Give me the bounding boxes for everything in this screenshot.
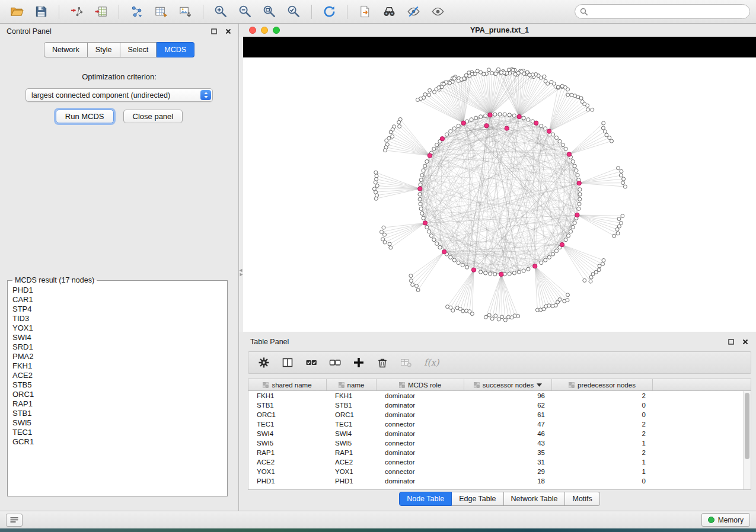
network-node[interactable]: [493, 273, 497, 276]
network-leaf-node[interactable]: [511, 68, 515, 72]
network-node[interactable]: [577, 207, 580, 210]
network-node[interactable]: [564, 238, 567, 242]
network-node[interactable]: [438, 245, 442, 249]
network-leaf-node[interactable]: [383, 233, 387, 236]
network-node[interactable]: [479, 115, 483, 118]
network-node[interactable]: [498, 113, 502, 116]
network-leaf-node[interactable]: [464, 73, 468, 77]
mcds-result-item[interactable]: STP4: [9, 305, 226, 314]
network-node[interactable]: [527, 118, 530, 121]
zoom-selected-icon[interactable]: [283, 3, 305, 21]
network-leaf-node[interactable]: [497, 318, 500, 321]
network-leaf-node[interactable]: [617, 166, 620, 170]
network-node[interactable]: [508, 272, 511, 275]
tab-node-table[interactable]: Node Table: [399, 492, 452, 506]
export-image-icon[interactable]: [174, 3, 196, 21]
network-leaf-node[interactable]: [558, 298, 562, 302]
tab-motifs[interactable]: Motifs: [565, 492, 599, 506]
table-row[interactable]: SWI5SWI5connector431: [248, 438, 751, 448]
network-leaf-node[interactable]: [490, 72, 494, 75]
scrollbar-thumb[interactable]: [745, 393, 749, 459]
network-leaf-node[interactable]: [416, 289, 420, 292]
network-node[interactable]: [551, 252, 554, 256]
network-leaf-node[interactable]: [507, 68, 511, 72]
network-node[interactable]: [566, 234, 570, 238]
network-leaf-node[interactable]: [547, 304, 551, 307]
network-leaf-node[interactable]: [461, 309, 465, 313]
tab-network[interactable]: Network: [44, 42, 88, 57]
network-leaf-node[interactable]: [616, 232, 620, 235]
mcds-hub-node[interactable]: [440, 137, 444, 141]
network-node[interactable]: [422, 169, 425, 172]
network-node[interactable]: [423, 164, 427, 168]
network-node[interactable]: [425, 160, 429, 164]
network-leaf-node[interactable]: [583, 278, 586, 282]
network-node[interactable]: [571, 160, 575, 164]
network-node[interactable]: [578, 197, 582, 201]
network-node[interactable]: [564, 147, 567, 150]
network-node[interactable]: [419, 183, 422, 187]
network-leaf-node[interactable]: [516, 315, 520, 318]
delete-row-icon[interactable]: [377, 357, 388, 368]
close-panel-button[interactable]: Close panel: [123, 110, 183, 123]
network-node[interactable]: [449, 255, 452, 259]
network-leaf-node[interactable]: [409, 274, 413, 278]
mcds-result-item[interactable]: RAP1: [9, 399, 226, 409]
network-leaf-node[interactable]: [610, 139, 614, 143]
open-folder-icon[interactable]: [6, 3, 28, 21]
network-leaf-node[interactable]: [605, 133, 608, 137]
network-node[interactable]: [452, 258, 456, 262]
network-leaf-node[interactable]: [487, 68, 491, 72]
network-leaf-node[interactable]: [490, 317, 494, 321]
table-row[interactable]: YOX1YOX1connector291: [248, 467, 751, 476]
network-leaf-node[interactable]: [494, 72, 497, 76]
import-network-icon[interactable]: [66, 3, 88, 21]
network-leaf-node[interactable]: [622, 177, 626, 181]
network-leaf-node[interactable]: [608, 136, 611, 140]
network-leaf-node[interactable]: [617, 225, 621, 228]
network-leaf-node[interactable]: [452, 76, 456, 80]
network-node[interactable]: [544, 258, 547, 262]
tab-select[interactable]: Select: [120, 42, 157, 57]
network-node[interactable]: [522, 116, 525, 120]
network-leaf-node[interactable]: [457, 79, 460, 82]
network-node[interactable]: [503, 113, 506, 116]
mcds-hub-node[interactable]: [560, 242, 564, 246]
tab-edge-table[interactable]: Edge Table: [452, 492, 503, 506]
window-close-button[interactable]: [249, 27, 256, 34]
mcds-result-item[interactable]: SWI5: [9, 418, 226, 428]
network-node[interactable]: [419, 178, 423, 182]
panel-splitter[interactable]: [239, 37, 243, 332]
network-leaf-node[interactable]: [573, 94, 577, 98]
network-leaf-node[interactable]: [411, 283, 414, 287]
network-leaf-node[interactable]: [428, 88, 432, 92]
column-header-name[interactable]: name: [327, 379, 377, 390]
graphics-details-icon[interactable]: [403, 3, 425, 21]
share-document-icon[interactable]: [354, 3, 376, 21]
network-node[interactable]: [419, 202, 422, 206]
network-leaf-node[interactable]: [570, 93, 573, 97]
network-leaf-node[interactable]: [382, 226, 385, 229]
new-table-icon[interactable]: [150, 3, 172, 21]
binoculars-icon[interactable]: [378, 3, 400, 21]
network-canvas[interactable]: [243, 57, 756, 332]
mcds-result-item[interactable]: ORC1: [9, 390, 226, 399]
mcds-hub-node[interactable]: [577, 181, 581, 185]
column-header-successor-nodes[interactable]: successor nodes: [464, 379, 552, 390]
delete-table-icon[interactable]: [400, 357, 412, 368]
network-node[interactable]: [540, 124, 543, 127]
table-row[interactable]: RAP1RAP1dominator352: [248, 448, 751, 457]
network-leaf-node[interactable]: [544, 79, 547, 83]
network-leaf-node[interactable]: [550, 81, 553, 84]
network-node[interactable]: [576, 174, 579, 177]
console-button[interactable]: [6, 514, 23, 527]
network-leaf-node[interactable]: [591, 108, 594, 111]
network-node[interactable]: [517, 270, 521, 274]
network-node[interactable]: [561, 143, 564, 147]
network-leaf-node[interactable]: [451, 309, 455, 312]
network-node[interactable]: [554, 249, 558, 252]
search-input[interactable]: [575, 4, 750, 19]
network-node[interactable]: [449, 130, 452, 133]
network-node[interactable]: [445, 133, 448, 136]
network-node[interactable]: [484, 114, 487, 117]
